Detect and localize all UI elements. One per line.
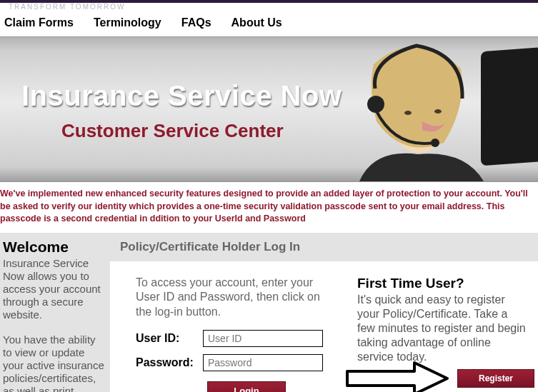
nav-claim-forms[interactable]: Claim Forms: [4, 16, 74, 29]
arrow-icon: [343, 360, 450, 393]
tagline: TRANSFORM TOMORROW: [0, 3, 538, 12]
login-column: To access your account, enter your User …: [136, 276, 336, 393]
login-button[interactable]: Login: [207, 381, 286, 392]
main-area: Welcome Insurance Service Now allows you…: [0, 233, 538, 393]
first-time-heading: First Time User?: [357, 276, 527, 291]
first-time-text: It's quick and easy to register your Pol…: [357, 293, 527, 364]
security-alert: We've implemented new enhanced security …: [0, 182, 538, 233]
svg-point-5: [434, 109, 442, 114]
userid-row: User ID:: [136, 330, 336, 347]
content-body: To access your account, enter your User …: [110, 261, 538, 393]
content-header: Policy/Certificate Holder Log In: [110, 233, 538, 261]
hero-banner: Insurance Service Now Customer Service C…: [0, 36, 538, 182]
welcome-heading: Welcome: [3, 238, 104, 256]
content-panel: Policy/Certificate Holder Log In To acce…: [110, 233, 538, 393]
hero-subtitle: Customer Service Center: [61, 120, 284, 142]
nav-terminology[interactable]: Terminology: [94, 16, 161, 29]
login-intro: To access your account, enter your User …: [136, 276, 336, 320]
svg-point-4: [404, 111, 412, 115]
svg-point-3: [431, 139, 439, 147]
register-button[interactable]: Register: [457, 369, 534, 388]
password-label: Password:: [136, 356, 203, 369]
hero-title: Insurance Service Now: [21, 80, 342, 112]
password-row: Password:: [136, 354, 336, 371]
register-column: First Time User? It's quick and easy to …: [357, 276, 527, 393]
welcome-text-1: Insurance Service Now allows you to acce…: [3, 257, 104, 321]
welcome-text-2: You have the ability to view or update y…: [3, 333, 104, 393]
password-input[interactable]: [203, 354, 323, 371]
nav-about-us[interactable]: About Us: [231, 16, 282, 29]
userid-label: User ID:: [136, 332, 203, 345]
main-nav: Claim Forms Terminology FAQs About Us: [0, 12, 538, 36]
welcome-sidebar: Welcome Insurance Service Now allows you…: [0, 233, 110, 393]
hero-image: [331, 36, 538, 181]
monitor-graphic: [481, 46, 538, 166]
nav-faqs[interactable]: FAQs: [181, 16, 211, 29]
userid-input[interactable]: [203, 330, 323, 347]
arrow-register-group: Register: [343, 360, 534, 393]
